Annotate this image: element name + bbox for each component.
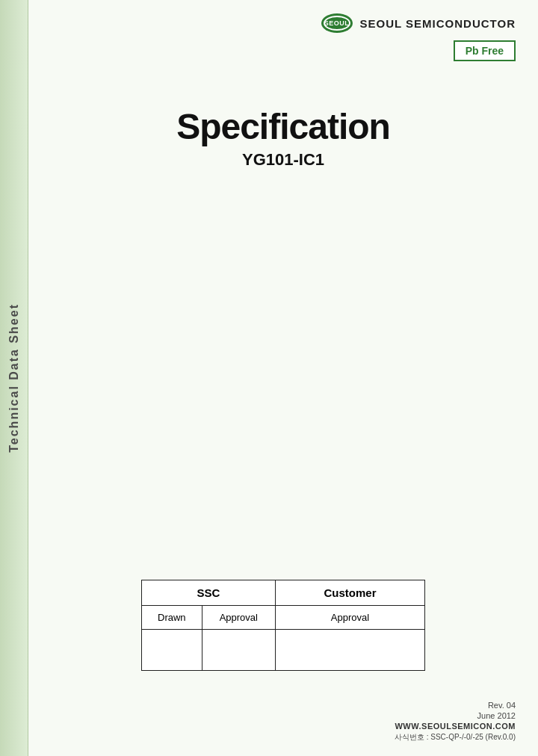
- pb-free-badge: Pb Free: [454, 40, 516, 61]
- table-row-1: Drawn Approval Approval: [142, 606, 425, 630]
- main-content: SEOUL SEOUL SEMICONDUCTOR Pb Free Specif…: [28, 0, 538, 756]
- sub-title: YG101-IC1: [242, 150, 324, 170]
- empty-cell-2: [202, 630, 275, 671]
- main-title: Specification: [176, 106, 390, 147]
- ssc-approval-cell: Approval: [202, 606, 275, 630]
- customer-approval-cell: Approval: [276, 606, 425, 630]
- empty-cell-1: [142, 630, 202, 671]
- company-name: SEOUL SEMICONDUCTOR: [360, 17, 516, 30]
- footer-rev: Rev. 04: [488, 701, 516, 710]
- approval-table: SSC Customer Drawn Approval Approval: [141, 580, 425, 671]
- footer: Rev. 04 June 2012 WWW.SEOULSEMICON.COM 사…: [28, 693, 538, 756]
- footer-code: 사식번호 : SSC-QP-/-0/-25 (Rev.0.0): [395, 732, 516, 743]
- table-row-2: [142, 630, 425, 671]
- title-area: Specification YG101-IC1: [28, 76, 538, 185]
- sidebar-label: Technical Data Sheet: [7, 303, 21, 453]
- header: SEOUL SEOUL SEMICONDUCTOR: [28, 0, 538, 40]
- customer-header: Customer: [276, 580, 425, 606]
- pb-free-container: Pb Free: [28, 40, 538, 76]
- logo-icon-inner: SEOUL: [324, 16, 350, 31]
- empty-cell-3: [276, 630, 425, 671]
- footer-website: WWW.SEOULSEMICON.COM: [395, 722, 516, 731]
- table-area: SSC Customer Drawn Approval Approval: [28, 565, 538, 693]
- sidebar: Technical Data Sheet: [0, 0, 28, 756]
- logo-container: SEOUL SEOUL SEMICONDUCTOR: [321, 13, 516, 33]
- footer-date: June 2012: [477, 711, 516, 720]
- spacer: [28, 185, 538, 565]
- logo-icon: SEOUL: [321, 13, 353, 33]
- logo-text: SEOUL: [324, 19, 350, 27]
- drawn-cell: Drawn: [142, 606, 202, 630]
- ssc-header: SSC: [142, 580, 276, 606]
